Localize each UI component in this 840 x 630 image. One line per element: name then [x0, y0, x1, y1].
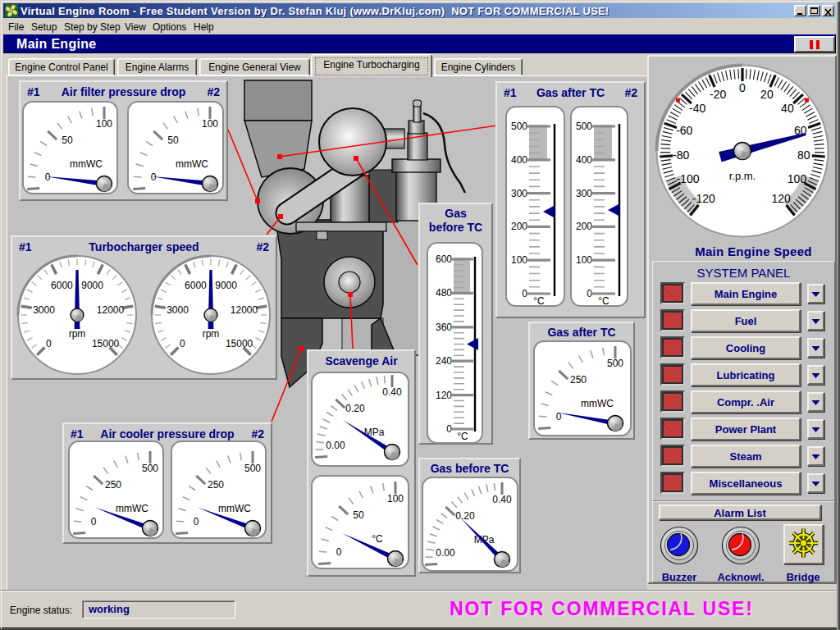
svg-text:100: 100 — [387, 493, 404, 504]
svg-text:0: 0 — [587, 288, 592, 299]
svg-text:0: 0 — [446, 423, 452, 435]
svg-text:600: 600 — [436, 253, 452, 265]
svg-text:9000: 9000 — [81, 280, 103, 291]
svg-text:r.p.m.: r.p.m. — [729, 170, 756, 182]
svg-text:°C: °C — [372, 533, 383, 545]
svg-text:200: 200 — [511, 221, 527, 232]
svg-text:120: 120 — [436, 390, 452, 401]
svg-text:500: 500 — [142, 463, 158, 474]
svg-text:50: 50 — [62, 135, 73, 146]
svg-text:300: 300 — [511, 188, 527, 199]
svg-text:0: 0 — [739, 81, 746, 94]
svg-text:6000: 6000 — [51, 280, 73, 291]
svg-text:mmWC: mmWC — [70, 158, 103, 170]
svg-text:100: 100 — [96, 118, 112, 130]
svg-text:-100: -100 — [676, 172, 699, 185]
svg-text:50: 50 — [353, 509, 364, 521]
svg-text:250: 250 — [208, 479, 224, 491]
svg-text:15000: 15000 — [92, 338, 120, 349]
svg-text:6000: 6000 — [185, 280, 207, 291]
svg-text:100: 100 — [788, 172, 807, 185]
svg-text:rpm: rpm — [203, 328, 220, 340]
svg-text:15000: 15000 — [226, 338, 253, 349]
svg-text:12000: 12000 — [231, 304, 258, 316]
svg-text:40: 40 — [781, 102, 794, 115]
svg-text:-120: -120 — [692, 192, 715, 205]
svg-text:°C: °C — [457, 431, 468, 442]
svg-text:200: 200 — [576, 221, 592, 232]
svg-text:°C: °C — [598, 295, 609, 307]
svg-text:0.40: 0.40 — [382, 386, 402, 398]
svg-text:-20: -20 — [710, 88, 726, 101]
svg-text:rpm: rpm — [69, 328, 86, 340]
svg-text:400: 400 — [511, 154, 527, 166]
svg-text:12000: 12000 — [97, 304, 125, 316]
svg-text:360: 360 — [436, 322, 452, 333]
svg-text:0.00: 0.00 — [436, 547, 455, 559]
svg-text:480: 480 — [436, 287, 452, 299]
svg-text:9000: 9000 — [215, 280, 237, 291]
svg-text:50: 50 — [167, 135, 179, 146]
svg-text:250: 250 — [105, 479, 121, 491]
svg-text:mmWC: mmWC — [218, 503, 251, 514]
svg-text:0.20: 0.20 — [455, 510, 475, 522]
svg-text:100: 100 — [511, 254, 527, 266]
svg-text:0: 0 — [180, 338, 185, 349]
svg-text:80: 80 — [797, 148, 810, 162]
svg-text:0: 0 — [194, 516, 199, 527]
svg-text:mmWC: mmWC — [176, 158, 208, 170]
svg-text:0: 0 — [522, 288, 527, 299]
svg-text:500: 500 — [576, 121, 592, 132]
svg-text:0.00: 0.00 — [326, 440, 345, 451]
svg-text:250: 250 — [570, 374, 587, 386]
svg-text:0: 0 — [151, 171, 157, 183]
svg-text:3000: 3000 — [167, 304, 189, 316]
svg-text:0: 0 — [336, 546, 342, 558]
svg-text:0: 0 — [45, 171, 51, 183]
svg-text:0: 0 — [46, 338, 52, 349]
svg-text:500: 500 — [244, 463, 261, 474]
svg-text:mmWC: mmWC — [116, 503, 148, 514]
svg-text:100: 100 — [202, 118, 218, 130]
svg-text:0.20: 0.20 — [345, 403, 365, 414]
svg-text:0: 0 — [91, 516, 97, 527]
svg-text:100: 100 — [576, 254, 592, 266]
svg-text:300: 300 — [576, 188, 592, 199]
svg-text:0.40: 0.40 — [492, 494, 512, 505]
svg-text:400: 400 — [576, 154, 592, 166]
svg-text:-40: -40 — [689, 102, 705, 115]
svg-text:500: 500 — [511, 121, 527, 132]
svg-text:500: 500 — [607, 358, 623, 369]
svg-text:-60: -60 — [676, 124, 692, 137]
svg-text:-80: -80 — [673, 148, 689, 162]
svg-text:3000: 3000 — [33, 304, 55, 316]
svg-text:°C: °C — [533, 295, 545, 307]
svg-text:20: 20 — [760, 88, 774, 101]
svg-text:120: 120 — [772, 192, 792, 205]
svg-text:240: 240 — [436, 355, 452, 367]
svg-text:mmWC: mmWC — [581, 398, 614, 409]
